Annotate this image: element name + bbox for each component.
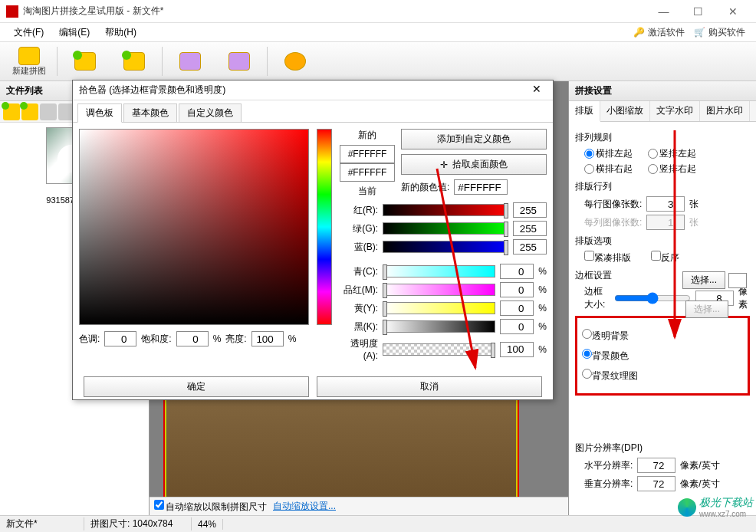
tab-basic-colors[interactable]: 基本颜色	[123, 103, 177, 122]
titlebar: 淘淘图片拼接之星试用版 - 新文件* — ☐ ✕	[0, 0, 756, 23]
y-slider[interactable]	[383, 302, 495, 314]
g-slider[interactable]	[383, 222, 508, 235]
c-input[interactable]	[500, 264, 534, 279]
app-icon	[6, 5, 18, 18]
auto-scale-checkbox[interactable]	[154, 500, 164, 510]
add-file-button[interactable]	[3, 103, 20, 120]
new-hex-2: #FFFFFF	[340, 163, 395, 182]
a-input[interactable]	[500, 342, 534, 357]
lum-input[interactable]	[251, 331, 284, 346]
m-slider[interactable]	[383, 284, 495, 296]
status-zoom: 44%	[192, 519, 223, 530]
minimize-button[interactable]: —	[646, 1, 681, 22]
dpi-h-unit: 像素/英寸	[680, 459, 719, 472]
cancel-button[interactable]: 取消	[317, 376, 542, 397]
new-collage-button[interactable]: 新建拼图	[6, 44, 52, 79]
toolbar-btn-5[interactable]	[216, 44, 262, 79]
pick-desktop-button[interactable]: ✛拾取桌面颜色	[401, 154, 547, 175]
watermark-text: 极光下载站	[699, 496, 753, 510]
file-tool-3[interactable]	[40, 103, 57, 120]
window-title: 淘淘图片拼接之星试用版 - 新文件*	[23, 5, 646, 18]
a-slider[interactable]	[383, 343, 495, 356]
border-size-unit: 像素	[738, 285, 750, 311]
radio-h-left[interactable]: 横排左起	[584, 147, 633, 160]
activate-label: 激活软件	[648, 26, 685, 39]
auto-scale-bar: 自动缩放以限制拼图尺寸 自动缩放设置...	[150, 497, 568, 515]
radio-bg-transparent[interactable]: 透明背景	[582, 329, 629, 343]
radio-bg-texture[interactable]: 背景纹理图	[582, 369, 638, 383]
tool-icon-4	[179, 52, 201, 71]
toolbar-btn-3[interactable]	[111, 44, 157, 79]
folder-add-icon	[74, 52, 96, 71]
select-color-button[interactable]: 选择...	[682, 271, 725, 289]
maximize-button[interactable]: ☐	[681, 1, 715, 22]
ok-button[interactable]: 确定	[84, 376, 309, 397]
options-title: 排版选项	[575, 235, 750, 248]
settings-tabs: 排版 小图缩放 文字水印 图片水印	[569, 101, 756, 122]
dialog-titlebar[interactable]: 拾色器 (选择边框背景颜色和透明度) ✕	[73, 80, 553, 100]
tool-icon-5	[228, 52, 250, 71]
radio-v-left[interactable]: 竖排左起	[648, 147, 696, 160]
per-col-label: 每列图像张数:	[584, 216, 642, 229]
radio-v-right[interactable]: 竖排右起	[648, 163, 696, 176]
menu-help[interactable]: 帮助(H)	[97, 25, 144, 41]
reverse-checkbox[interactable]: 反序	[651, 251, 679, 264]
r-label: 红(R):	[340, 204, 378, 217]
auto-scale-settings-link[interactable]: 自动缩放设置...	[273, 500, 336, 513]
add-custom-button[interactable]: 添加到自定义颜色	[401, 129, 547, 149]
activate-link[interactable]: 🔑激活软件	[629, 25, 689, 41]
radio-h-right[interactable]: 横排右起	[584, 163, 633, 176]
menu-file[interactable]: 文件(F)	[6, 25, 51, 41]
b-slider[interactable]	[383, 241, 508, 253]
tab-palette[interactable]: 调色板	[77, 103, 122, 123]
per-row-label: 每行图像张数:	[584, 198, 642, 211]
dpi-v-label: 垂直分辨率:	[584, 478, 633, 491]
toolbar: 新建拼图	[0, 41, 756, 81]
r-input[interactable]	[513, 202, 547, 218]
per-col-unit: 张	[689, 216, 698, 229]
toolbar-btn-4[interactable]	[167, 44, 213, 79]
menu-edit[interactable]: 编辑(E)	[51, 25, 97, 41]
folder-open-icon	[123, 52, 145, 71]
k-input[interactable]	[500, 319, 534, 334]
per-row-input[interactable]	[646, 196, 685, 212]
a-label: 透明度(A):	[340, 337, 378, 361]
b-input[interactable]	[513, 239, 547, 255]
buy-link[interactable]: 🛒购买软件	[689, 25, 750, 41]
hue-input[interactable]	[104, 331, 136, 346]
dpi-h-input[interactable]	[637, 458, 675, 473]
border-size-slider[interactable]	[614, 292, 691, 304]
status-filename: 新文件*	[0, 517, 84, 530]
watermark-url: www.xz7.com	[699, 510, 753, 518]
k-slider[interactable]	[383, 320, 495, 333]
r-slider[interactable]	[383, 204, 508, 216]
m-input[interactable]	[500, 282, 534, 297]
hue-slider[interactable]	[317, 129, 332, 325]
auto-scale-checkbox-label[interactable]: 自动缩放以限制拼图尺寸	[154, 500, 267, 514]
saturation-value-box[interactable]	[79, 129, 309, 325]
tab-thumb-scale[interactable]: 小图缩放	[600, 101, 650, 121]
hex-input[interactable]	[454, 179, 508, 195]
add-folder-button[interactable]	[21, 103, 38, 120]
dialog-close-button[interactable]: ✕	[527, 83, 547, 98]
toolbar-btn-2[interactable]	[62, 44, 108, 79]
g-input[interactable]	[513, 221, 547, 236]
m-label: 品红(M):	[340, 284, 378, 297]
settings-title: 拼接设置	[569, 81, 756, 101]
compact-checkbox[interactable]: 紧凑排版	[584, 251, 631, 264]
color-swatch[interactable]	[728, 273, 747, 288]
tab-image-watermark[interactable]: 图片水印	[700, 101, 750, 121]
y-input[interactable]	[500, 300, 534, 316]
tab-text-watermark[interactable]: 文字水印	[650, 101, 700, 121]
k-label: 黑(K):	[340, 320, 378, 333]
close-button[interactable]: ✕	[715, 1, 750, 22]
toolbar-btn-6[interactable]	[272, 44, 318, 79]
tab-layout[interactable]: 排版	[569, 101, 600, 122]
radio-bg-color[interactable]: 背景颜色	[582, 349, 629, 363]
tab-custom-colors[interactable]: 自定义颜色	[179, 103, 242, 122]
dpi-v-input[interactable]	[637, 476, 675, 491]
sat-input[interactable]	[176, 331, 209, 346]
menubar: 文件(F) 编辑(E) 帮助(H) 🔑激活软件 🛒购买软件	[0, 23, 756, 41]
c-slider[interactable]	[383, 265, 495, 277]
new-hex-label: 新的颜色值:	[401, 181, 449, 194]
